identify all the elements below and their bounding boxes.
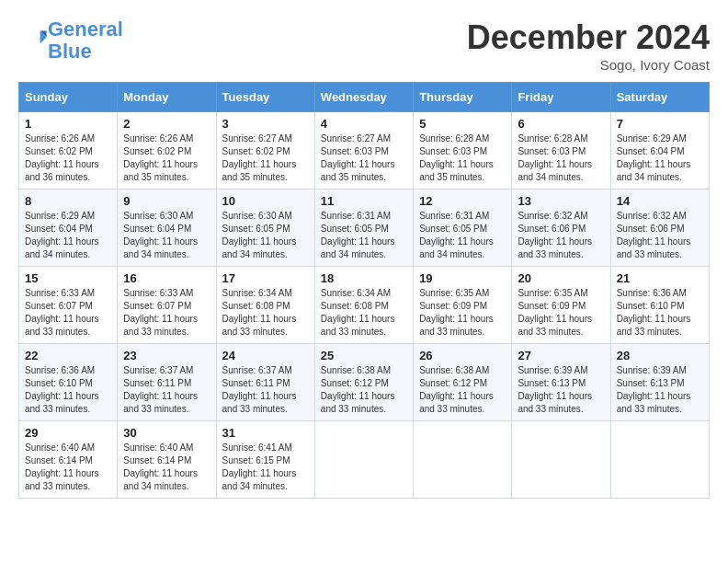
day-info: Sunrise: 6:38 AMSunset: 6:12 PMDaylight:… [419, 364, 506, 416]
day-cell-31: 31Sunrise: 6:41 AMSunset: 6:15 PMDayligh… [216, 421, 314, 499]
day-number: 2 [123, 117, 210, 131]
day-number: 1 [25, 117, 111, 131]
day-number: 29 [25, 426, 111, 440]
day-cell-30: 30Sunrise: 6:40 AMSunset: 6:14 PMDayligh… [118, 421, 216, 499]
day-number: 19 [419, 271, 506, 285]
day-info: Sunrise: 6:31 AMSunset: 6:05 PMDaylight:… [419, 210, 506, 261]
day-number: 8 [25, 194, 111, 208]
day-cell-17: 17Sunrise: 6:34 AMSunset: 6:08 PMDayligh… [216, 267, 314, 344]
header-row: SundayMondayTuesdayWednesdayThursdayFrid… [19, 83, 710, 112]
week-row-1: 1Sunrise: 6:26 AMSunset: 6:02 PMDaylight… [19, 112, 710, 190]
day-info: Sunrise: 6:38 AMSunset: 6:12 PMDaylight:… [321, 364, 407, 416]
day-info: Sunrise: 6:34 AMSunset: 6:08 PMDaylight:… [222, 287, 309, 339]
day-cell-9: 9Sunrise: 6:30 AMSunset: 6:04 PMDaylight… [118, 190, 216, 267]
empty-cell [610, 421, 709, 499]
day-cell-18: 18Sunrise: 6:34 AMSunset: 6:08 PMDayligh… [314, 267, 413, 344]
day-cell-29: 29Sunrise: 6:40 AMSunset: 6:14 PMDayligh… [19, 421, 118, 499]
col-header-thursday: Thursday [414, 83, 512, 112]
day-number: 17 [222, 271, 309, 285]
day-cell-11: 11Sunrise: 6:31 AMSunset: 6:05 PMDayligh… [314, 190, 413, 267]
day-info: Sunrise: 6:28 AMSunset: 6:03 PMDaylight:… [419, 132, 506, 184]
day-info: Sunrise: 6:36 AMSunset: 6:10 PMDaylight:… [617, 287, 703, 339]
day-number: 25 [321, 349, 407, 362]
day-info: Sunrise: 6:29 AMSunset: 6:04 PMDaylight:… [25, 210, 111, 261]
week-row-4: 22Sunrise: 6:36 AMSunset: 6:10 PMDayligh… [19, 344, 710, 421]
day-info: Sunrise: 6:36 AMSunset: 6:10 PMDaylight:… [25, 364, 111, 416]
day-cell-8: 8Sunrise: 6:29 AMSunset: 6:04 PMDaylight… [19, 190, 118, 267]
day-cell-27: 27Sunrise: 6:39 AMSunset: 6:13 PMDayligh… [512, 344, 610, 421]
day-info: Sunrise: 6:32 AMSunset: 6:06 PMDaylight:… [518, 210, 604, 261]
day-cell-25: 25Sunrise: 6:38 AMSunset: 6:12 PMDayligh… [314, 344, 413, 421]
empty-cell [512, 421, 610, 499]
day-cell-19: 19Sunrise: 6:35 AMSunset: 6:09 PMDayligh… [414, 267, 512, 344]
day-number: 30 [123, 426, 210, 440]
logo-line1: General [48, 17, 123, 40]
day-cell-6: 6Sunrise: 6:28 AMSunset: 6:03 PMDaylight… [512, 112, 610, 190]
day-cell-2: 2Sunrise: 6:26 AMSunset: 6:02 PMDaylight… [118, 112, 216, 190]
day-number: 28 [617, 349, 703, 362]
empty-cell [314, 421, 413, 499]
logo-line2: Blue [48, 40, 92, 63]
day-info: Sunrise: 6:35 AMSunset: 6:09 PMDaylight:… [518, 287, 604, 339]
col-header-friday: Friday [512, 83, 610, 112]
day-info: Sunrise: 6:28 AMSunset: 6:03 PMDaylight:… [518, 132, 604, 184]
day-number: 4 [321, 117, 407, 131]
day-info: Sunrise: 6:29 AMSunset: 6:04 PMDaylight:… [617, 132, 703, 184]
logo: General Blue [18, 18, 123, 63]
day-cell-20: 20Sunrise: 6:35 AMSunset: 6:09 PMDayligh… [512, 267, 610, 344]
day-number: 23 [123, 349, 210, 362]
day-cell-7: 7Sunrise: 6:29 AMSunset: 6:04 PMDaylight… [610, 112, 709, 190]
month-title: December 2024 [467, 18, 710, 57]
day-cell-22: 22Sunrise: 6:36 AMSunset: 6:10 PMDayligh… [19, 344, 118, 421]
title-area: December 2024 Sogo, Ivory Coast [467, 18, 710, 73]
empty-cell [414, 421, 512, 499]
day-cell-16: 16Sunrise: 6:33 AMSunset: 6:07 PMDayligh… [118, 267, 216, 344]
day-number: 31 [222, 426, 309, 440]
day-cell-24: 24Sunrise: 6:37 AMSunset: 6:11 PMDayligh… [216, 344, 314, 421]
day-info: Sunrise: 6:27 AMSunset: 6:02 PMDaylight:… [222, 132, 309, 184]
day-info: Sunrise: 6:39 AMSunset: 6:13 PMDaylight:… [617, 364, 703, 416]
day-number: 26 [419, 349, 506, 362]
day-cell-5: 5Sunrise: 6:28 AMSunset: 6:03 PMDaylight… [414, 112, 512, 190]
day-cell-1: 1Sunrise: 6:26 AMSunset: 6:02 PMDaylight… [19, 112, 118, 190]
day-info: Sunrise: 6:31 AMSunset: 6:05 PMDaylight:… [321, 210, 407, 261]
day-info: Sunrise: 6:30 AMSunset: 6:04 PMDaylight:… [123, 210, 210, 261]
col-header-wednesday: Wednesday [314, 83, 413, 112]
day-info: Sunrise: 6:32 AMSunset: 6:06 PMDaylight:… [617, 210, 703, 261]
col-header-saturday: Saturday [610, 83, 709, 112]
day-info: Sunrise: 6:34 AMSunset: 6:08 PMDaylight:… [321, 287, 407, 339]
page-header: General Blue December 2024 Sogo, Ivory C… [18, 18, 710, 73]
day-cell-14: 14Sunrise: 6:32 AMSunset: 6:06 PMDayligh… [610, 190, 709, 267]
day-cell-10: 10Sunrise: 6:30 AMSunset: 6:05 PMDayligh… [216, 190, 314, 267]
week-row-3: 15Sunrise: 6:33 AMSunset: 6:07 PMDayligh… [19, 267, 710, 344]
day-info: Sunrise: 6:37 AMSunset: 6:11 PMDaylight:… [123, 364, 210, 416]
day-info: Sunrise: 6:40 AMSunset: 6:14 PMDaylight:… [25, 442, 111, 493]
day-info: Sunrise: 6:35 AMSunset: 6:09 PMDaylight:… [419, 287, 506, 339]
day-cell-26: 26Sunrise: 6:38 AMSunset: 6:12 PMDayligh… [414, 344, 512, 421]
day-info: Sunrise: 6:33 AMSunset: 6:07 PMDaylight:… [123, 287, 210, 339]
col-header-sunday: Sunday [19, 83, 118, 112]
day-info: Sunrise: 6:37 AMSunset: 6:11 PMDaylight:… [222, 364, 309, 416]
day-cell-21: 21Sunrise: 6:36 AMSunset: 6:10 PMDayligh… [610, 267, 709, 344]
logo-icon [22, 26, 48, 52]
day-number: 10 [222, 194, 309, 208]
day-number: 5 [419, 117, 506, 131]
day-number: 9 [123, 194, 210, 208]
day-info: Sunrise: 6:33 AMSunset: 6:07 PMDaylight:… [25, 287, 111, 339]
day-number: 24 [222, 349, 309, 362]
week-row-2: 8Sunrise: 6:29 AMSunset: 6:04 PMDaylight… [19, 190, 710, 267]
day-number: 6 [518, 117, 604, 131]
logo-text: General Blue [48, 18, 123, 63]
day-info: Sunrise: 6:39 AMSunset: 6:13 PMDaylight:… [518, 364, 604, 416]
calendar-table: SundayMondayTuesdayWednesdayThursdayFrid… [18, 82, 710, 499]
day-cell-4: 4Sunrise: 6:27 AMSunset: 6:03 PMDaylight… [314, 112, 413, 190]
location: Sogo, Ivory Coast [467, 57, 710, 73]
day-number: 20 [518, 271, 604, 285]
day-cell-28: 28Sunrise: 6:39 AMSunset: 6:13 PMDayligh… [610, 344, 709, 421]
day-number: 21 [617, 271, 703, 285]
day-info: Sunrise: 6:26 AMSunset: 6:02 PMDaylight:… [25, 132, 111, 184]
col-header-monday: Monday [118, 83, 216, 112]
day-number: 27 [518, 349, 604, 362]
day-info: Sunrise: 6:26 AMSunset: 6:02 PMDaylight:… [123, 132, 210, 184]
day-number: 15 [25, 271, 111, 285]
